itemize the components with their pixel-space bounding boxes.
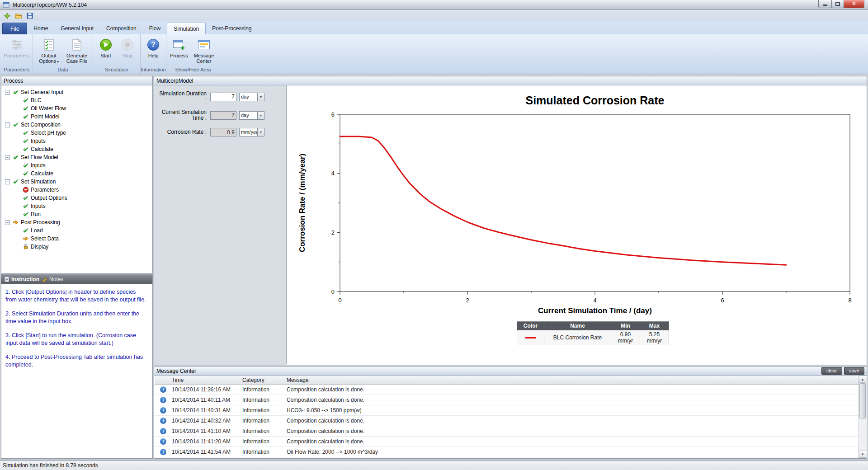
tree-item-output-options[interactable]: Output Options xyxy=(1,194,152,202)
collapse-toggle-icon[interactable]: − xyxy=(5,155,10,160)
start-button[interactable]: Start xyxy=(95,36,116,66)
collapse-toggle-icon[interactable]: − xyxy=(5,179,10,184)
legend-series-max: 5.25 mm/yr xyxy=(640,330,669,345)
tree-item-inputs[interactable]: Inputs xyxy=(1,137,152,145)
app-icon xyxy=(3,1,10,8)
message-text: Oil Flow Rate: 2000 --> 1000 m^3/day xyxy=(285,449,859,455)
tab-post-processing[interactable]: Post-Processing xyxy=(206,23,258,34)
tab-simulation[interactable]: Simulation xyxy=(167,23,206,34)
process-toggle-button[interactable]: Process xyxy=(169,36,189,66)
open-file-button[interactable] xyxy=(14,11,23,20)
generate-case-file-button[interactable]: Generate Case File xyxy=(63,36,90,66)
tree-item-label: Post Processing xyxy=(21,219,60,226)
chevron-down-icon[interactable]: ▾ xyxy=(257,111,264,120)
message-row[interactable]: i10/14/2014 11:41:20 AMInformationCompos… xyxy=(155,437,859,447)
message-text: Composition calculation is done. xyxy=(285,438,859,445)
message-time: 10/14/2014 11:41:20 AM xyxy=(170,438,241,445)
new-case-button[interactable] xyxy=(3,11,12,20)
message-center-toggle-button[interactable]: Message Center xyxy=(190,36,217,66)
chevron-down-icon[interactable]: ▾ xyxy=(257,93,264,101)
minimize-button[interactable] xyxy=(818,0,832,8)
process-panel-header: Process xyxy=(1,76,152,85)
instruction-icon xyxy=(4,277,9,282)
scroll-up-icon[interactable]: ▲ xyxy=(859,376,866,383)
save-icon xyxy=(26,12,33,19)
instruction-steps: 1. Click [Output Options] in header to d… xyxy=(1,284,152,380)
process-tree: −Set General InputBLCOil Water FlowPoint… xyxy=(1,85,152,251)
tree-item-label: Output Options xyxy=(31,195,67,201)
status-bar: Simulation has finished in 8.78 seconds xyxy=(0,461,868,470)
message-row[interactable]: i10/14/2014 11:40:32 AMInformationCompos… xyxy=(155,416,859,426)
message-row[interactable]: i10/14/2014 11:41:54 AMInformationOil Fl… xyxy=(155,447,859,457)
current-simulation-time-unit: day xyxy=(239,111,257,120)
collapse-toggle-icon[interactable]: − xyxy=(5,220,10,225)
message-row[interactable]: i10/14/2014 11:41:10 AMInformationCompos… xyxy=(155,426,859,437)
tree-item-blc[interactable]: BLC xyxy=(1,96,152,104)
info-icon: i xyxy=(160,386,166,393)
svg-text:6: 6 xyxy=(721,297,724,304)
tab-file[interactable]: File xyxy=(2,23,27,34)
message-category: Information xyxy=(241,407,285,414)
message-list: i10/14/2014 11:36:16 AMInformationCompos… xyxy=(155,385,859,458)
tree-item-inputs[interactable]: Inputs xyxy=(1,202,152,210)
tree-item-set-composition[interactable]: −Set Composition xyxy=(1,121,152,129)
tree-item-point-model[interactable]: Point Model xyxy=(1,113,152,121)
stop-icon xyxy=(121,37,134,52)
tree-item-set-simulation[interactable]: −Set Simulation xyxy=(1,178,152,186)
scrollbar[interactable]: ▲ ▼ xyxy=(859,376,866,458)
column-message: Message xyxy=(285,377,859,383)
maximize-button[interactable] xyxy=(831,0,844,8)
tree-item-calculate[interactable]: Calculate xyxy=(1,145,152,153)
check-icon xyxy=(22,162,29,169)
message-text: Composition calculation is done. xyxy=(285,418,859,424)
svg-text:6: 6 xyxy=(331,111,335,118)
process-panel-title: Process xyxy=(4,78,23,84)
tree-item-oil-water-flow[interactable]: Oil Water Flow xyxy=(1,104,152,113)
scroll-thumb[interactable] xyxy=(859,383,866,418)
tree-item-label: Run xyxy=(31,211,41,217)
ribbon-group-simulation: Start Stop Simulation xyxy=(93,34,141,74)
tree-item-inputs[interactable]: Inputs xyxy=(1,161,152,169)
arrow-icon xyxy=(12,219,19,226)
minimize-icon xyxy=(823,5,827,6)
output-options-button[interactable]: Output Options▾ xyxy=(35,36,62,66)
collapse-toggle-icon[interactable]: − xyxy=(5,90,10,95)
close-button[interactable]: × xyxy=(844,0,864,8)
ribbon-group-information: ? Help Information xyxy=(141,34,166,74)
tree-item-select-ph-type[interactable]: Select pH type xyxy=(1,129,152,137)
window-title: Multicorp/Topcorp/WW 5.2.104 xyxy=(13,2,87,8)
collapse-toggle-icon[interactable]: − xyxy=(5,122,10,127)
tree-item-parameters[interactable]: Parameters xyxy=(1,186,152,194)
message-row[interactable]: i10/14/2014 11:40:31 AMInformationHCO3-:… xyxy=(155,405,859,416)
tree-item-calculate[interactable]: Calculate xyxy=(1,169,152,178)
tree-item-post-processing[interactable]: −Post Processing xyxy=(1,218,152,226)
help-button[interactable]: ? Help xyxy=(143,36,164,66)
simulation-duration-input[interactable] xyxy=(210,93,236,101)
save-button[interactable]: save xyxy=(844,367,864,375)
tree-item-set-flow-model[interactable]: −Set Flow Model xyxy=(1,153,152,161)
tree-item-set-general-input[interactable]: −Set General Input xyxy=(1,88,152,96)
tree-item-select-data[interactable]: Select Data xyxy=(1,235,152,243)
tab-general-input[interactable]: General Input xyxy=(54,23,100,34)
simulation-duration-unit: day xyxy=(239,93,257,101)
chevron-down-icon[interactable]: ▾ xyxy=(257,128,264,136)
tree-item-load[interactable]: Load xyxy=(1,226,152,235)
instruction-step: 2. Select Simulation Duration units and … xyxy=(5,310,148,325)
instruction-step: 3. Click [Start] to run the simulation. … xyxy=(5,332,148,347)
tree-item-label: Inputs xyxy=(31,138,46,144)
clear-button[interactable]: clear xyxy=(821,367,842,375)
tab-home[interactable]: Home xyxy=(27,23,54,34)
tab-flow[interactable]: Flow xyxy=(143,23,167,34)
tree-item-display[interactable]: Display xyxy=(1,243,152,251)
message-row[interactable]: i10/14/2014 11:40:11 AMInformationCompos… xyxy=(155,395,859,405)
tree-item-label: Calculate xyxy=(31,146,53,152)
save-file-button[interactable] xyxy=(25,11,34,20)
tree-item-run[interactable]: Run xyxy=(1,210,152,218)
message-row[interactable]: i10/14/2014 11:36:16 AMInformationCompos… xyxy=(155,385,859,395)
close-icon: × xyxy=(852,0,856,7)
info-icon: i xyxy=(160,407,166,414)
tab-instruction[interactable]: Instruction xyxy=(4,276,39,282)
tab-composition[interactable]: Composition xyxy=(100,23,143,34)
scroll-down-icon[interactable]: ▼ xyxy=(859,451,866,458)
tab-notes[interactable]: Notes xyxy=(42,276,63,282)
